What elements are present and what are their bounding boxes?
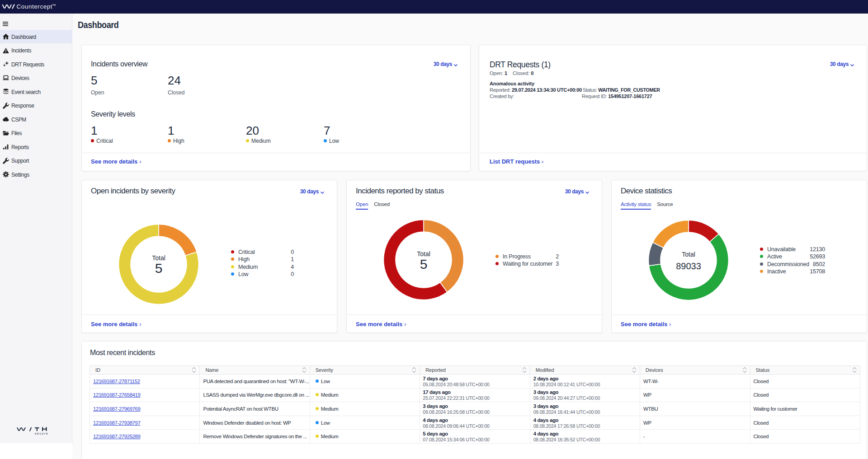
- svg-text:Countercept: Countercept: [17, 3, 53, 10]
- svg-text:TM: TM: [52, 4, 56, 6]
- svg-text:secure: secure: [35, 432, 48, 435]
